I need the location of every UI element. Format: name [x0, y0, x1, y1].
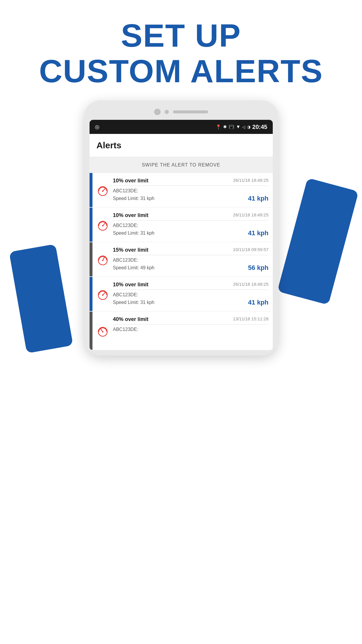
alert-title-5: 40% over limit	[113, 316, 149, 322]
alert-divider-4	[113, 290, 269, 290]
alert-time-3: 10/11/18 09:59:57	[233, 247, 269, 252]
alert-sidebar-2	[90, 208, 92, 242]
status-left-icons: ◎	[95, 124, 100, 130]
alert-content-4: 10% over limit 26/11/18 18:49:25 ABC123D…	[113, 277, 273, 311]
blue-shape-right	[277, 178, 358, 305]
alert-icon-col-4	[92, 277, 113, 311]
phone-screen: ◎ 📍 ✱ 📳 ▼ ◁ ◑ 20:45 Alerts SWIPE THE ALE…	[90, 120, 273, 350]
status-right-icons: 📍 ✱ 📳 ▼ ◁ ◑ 20:45	[215, 124, 267, 130]
wifi-icon: ▼	[236, 124, 241, 130]
alert-sidebar-5	[90, 312, 92, 350]
alert-sidebar-3	[90, 242, 92, 276]
phone-wrapper: ◎ 📍 ✱ 📳 ▼ ◁ ◑ 20:45 Alerts SWIPE THE ALE…	[0, 100, 362, 356]
alert-title-2: 10% over limit	[113, 212, 149, 218]
speedometer-icon-2	[97, 218, 109, 231]
alert-content-2: 10% over limit 26/11/18 18:49:25 ABC123D…	[113, 208, 273, 242]
alert-vehicle-3: ABC123DE:	[113, 258, 269, 263]
alert-time-1: 26/11/18 18:49:25	[233, 178, 269, 183]
alert-title-3: 15% over limit	[113, 247, 149, 253]
page-title-section: SET UP CUSTOM ALERTS	[0, 0, 362, 100]
svg-point-11	[102, 294, 103, 296]
alert-icon-col-1	[92, 173, 113, 207]
svg-point-2	[102, 190, 103, 192]
alert-speed-limit-2: Speed Limit: 31 kph	[113, 231, 154, 236]
alert-bottom-3: Speed Limit: 49 kph 56 kph	[113, 264, 269, 272]
alarm-icon: ◑	[247, 125, 250, 129]
alert-content-1: 10% over limit 26/11/18 18:49:25 ABC123D…	[113, 173, 273, 207]
alert-top-row-3: 15% over limit 10/11/18 09:59:57	[113, 247, 269, 253]
alert-item[interactable]: 15% over limit 10/11/18 09:59:57 ABC123D…	[90, 242, 273, 276]
alert-icon-col-5	[92, 312, 113, 350]
alert-top-row-5: 40% over limit 13/11/18 15:11:28	[113, 316, 269, 322]
alert-speed-value-3: 56 kph	[248, 264, 269, 272]
svg-point-8	[102, 260, 103, 261]
alert-speed-value-1: 41 kph	[248, 195, 269, 202]
svg-point-5	[102, 225, 103, 226]
alert-vehicle-5: ABC123DE:	[113, 327, 269, 332]
alert-content-5: 40% over limit 13/11/18 15:11:28 ABC123D…	[113, 312, 273, 350]
alert-item[interactable]: 10% over limit 26/11/18 18:49:25 ABC123D…	[90, 173, 273, 207]
alert-title-4: 10% over limit	[113, 282, 149, 288]
alert-time-5: 13/11/18 15:11:28	[233, 316, 269, 321]
alert-top-row-4: 10% over limit 26/11/18 18:49:25	[113, 282, 269, 288]
speedometer-icon-3	[97, 253, 109, 266]
swipe-hint-text: SWIPE THE ALERT TO REMOVE	[90, 157, 273, 173]
alert-icon-col-2	[92, 208, 113, 242]
speedometer-icon-4	[97, 287, 109, 300]
signal-icon: ◁	[242, 125, 245, 129]
alert-top-row-1: 10% over limit 26/11/18 18:49:25	[113, 178, 269, 184]
phone-speaker	[173, 110, 208, 113]
alert-divider-1	[113, 186, 269, 186]
svg-point-14	[102, 331, 103, 332]
alert-divider-3	[113, 255, 269, 255]
alert-speed-limit-1: Speed Limit: 31 kph	[113, 196, 154, 201]
alert-vehicle-4: ABC123DE:	[113, 292, 269, 297]
alert-divider-5	[113, 324, 269, 324]
alert-time-2: 26/11/18 18:49:25	[233, 212, 269, 217]
alert-item[interactable]: 10% over limit 26/11/18 18:49:25 ABC123D…	[90, 208, 273, 242]
blue-shape-left	[9, 244, 73, 353]
app-header: Alerts	[90, 134, 273, 157]
alert-top-row-2: 10% over limit 26/11/18 18:49:25	[113, 212, 269, 218]
alert-speed-limit-3: Speed Limit: 49 kph	[113, 265, 154, 270]
phone-camera	[154, 109, 161, 115]
alert-title-1: 10% over limit	[113, 178, 149, 184]
title-line2: CUSTOM ALERTS	[39, 53, 323, 89]
status-bar: ◎ 📍 ✱ 📳 ▼ ◁ ◑ 20:45	[90, 120, 273, 134]
alert-speed-value-4: 41 kph	[248, 299, 269, 306]
alert-vehicle-2: ABC123DE:	[113, 223, 269, 228]
location-icon: 📍	[215, 124, 221, 130]
alert-bottom-2: Speed Limit: 31 kph 41 kph	[113, 229, 269, 237]
alert-speed-limit-4: Speed Limit: 31 kph	[113, 300, 154, 305]
speedometer-icon-1	[97, 184, 109, 196]
alert-sidebar-1	[90, 173, 92, 207]
alert-content-3: 15% over limit 10/11/18 09:59:57 ABC123D…	[113, 242, 273, 276]
alert-divider-2	[113, 220, 269, 221]
status-time: 20:45	[252, 124, 267, 130]
alert-item[interactable]: 10% over limit 26/11/18 18:49:25 ABC123D…	[90, 277, 273, 311]
phone-device: ◎ 📍 ✱ 📳 ▼ ◁ ◑ 20:45 Alerts SWIPE THE ALE…	[84, 100, 278, 356]
alert-time-4: 26/11/18 18:49:25	[233, 282, 269, 287]
alert-speed-value-2: 41 kph	[248, 229, 269, 237]
title-line1: SET UP	[121, 17, 241, 53]
alert-icon-col-3	[92, 242, 113, 276]
app-header-title: Alerts	[97, 140, 266, 150]
alert-sidebar-4	[90, 277, 92, 311]
target-icon: ◎	[95, 124, 100, 130]
alert-bottom-4: Speed Limit: 31 kph 41 kph	[113, 299, 269, 306]
phone-dot	[165, 110, 169, 114]
alert-bottom-1: Speed Limit: 31 kph 41 kph	[113, 195, 269, 202]
speedometer-icon-5	[97, 324, 109, 337]
vibrate-icon: 📳	[229, 124, 234, 130]
alert-vehicle-1: ABC123DE:	[113, 188, 269, 194]
alert-list[interactable]: 10% over limit 26/11/18 18:49:25 ABC123D…	[90, 173, 273, 350]
phone-top-bar	[90, 106, 273, 120]
page-title: SET UP CUSTOM ALERTS	[0, 18, 362, 89]
alert-item[interactable]: 40% over limit 13/11/18 15:11:28 ABC123D…	[90, 312, 273, 350]
bluetooth-icon: ✱	[223, 124, 227, 130]
